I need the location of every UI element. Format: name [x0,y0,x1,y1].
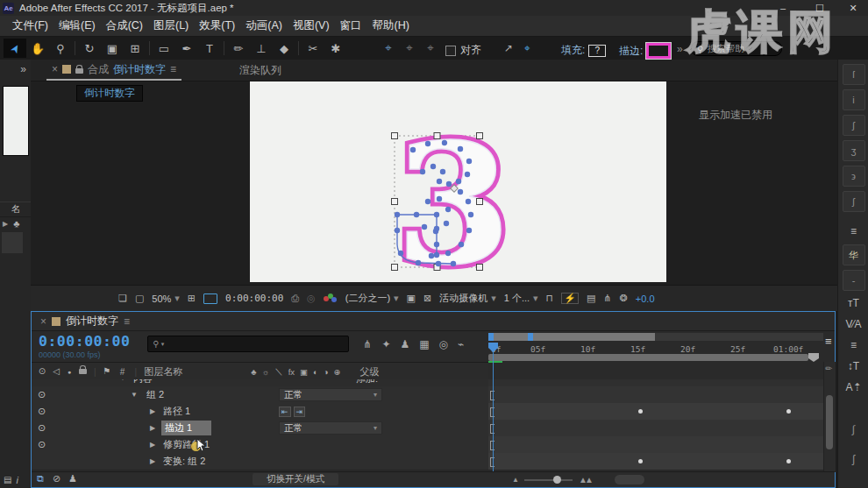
fast-previews-icon[interactable]: ⚡ [561,293,579,304]
work-area-bar[interactable] [488,333,655,341]
collapsed-panel-tab-preview[interactable]: ʃ [843,115,865,136]
timeline-button-icon[interactable]: ▤ [587,294,595,303]
viewer-timecode[interactable]: 0:00:00:00 [225,293,283,304]
timeline-lane[interactable] [488,379,823,472]
pen-tool-icon[interactable]: ✒ [175,39,198,58]
menu-effect[interactable]: 效果(T) [194,16,240,36]
paragraph-panel-icon[interactable]: ∫ [841,421,867,438]
mini-flowchart-icon[interactable]: ⋔ [363,338,372,350]
zoom-slider-knob[interactable] [553,476,561,484]
shy-switch-icon[interactable]: ♣ [251,367,256,377]
project-item-row[interactable]: ▶ ♣ [3,218,19,229]
pan-hand-icon[interactable]: ✏ [825,364,832,373]
camera-tool-icon[interactable]: ▣ [101,39,124,58]
tab-menu-icon[interactable]: ≡ [170,63,176,75]
vertical-scale-icon[interactable]: ↕T [841,357,867,375]
align-checkbox[interactable] [445,46,456,56]
motion-blur-switch-icon[interactable]: ◑ [324,367,329,377]
layer-row-path1[interactable]: ⊙ ▶ 路径 1 ⇤ ⇥ [32,403,488,421]
draft-toggle-icon[interactable]: ⊘ [53,474,60,484]
keyframe[interactable] [638,459,643,463]
node-cursor-icon[interactable]: ↗ [504,43,513,53]
timeline-options-icon[interactable]: ≡ [825,335,832,348]
tab-menu-icon[interactable]: ≡ [124,315,130,328]
flowchart-button-icon[interactable]: ⋔ [603,294,611,303]
twirl-icon[interactable]: ▶ [150,407,155,415]
menu-edit[interactable]: 编辑(E) [53,16,101,36]
primary-viewer-icon[interactable]: ▢ [135,294,144,303]
layer-row-transform-group2[interactable]: ▶ 变换: 组 2 [32,453,488,470]
render-queue-icon[interactable]: ▤ [4,476,11,484]
eye-column-icon[interactable]: ⊙ [35,367,49,376]
roto-brush-tool-icon[interactable]: ✂ [302,39,324,58]
pixel-aspect-icon[interactable]: ⊓ [546,294,554,303]
always-preview-icon[interactable]: ❏ [118,294,127,303]
timeline-v-scrollbar[interactable]: ✏ [823,362,836,472]
shape-add-button[interactable]: 添加: [356,379,378,385]
work-area-end-handle[interactable] [808,353,819,362]
lock-column-icon[interactable] [79,369,87,374]
layer-row-trimpaths1[interactable]: ⊙ ▶ 修剪路径 1 [32,436,488,454]
solo-column-icon[interactable]: ● [63,369,75,375]
layer-name-column-header[interactable]: 图层名称 [144,365,182,378]
motion-blur-icon[interactable]: ◎ [439,338,448,350]
quality-switch-icon[interactable]: ＼ [274,366,283,378]
maximize-button[interactable]: ☐ [807,0,833,16]
comp-navigator-button[interactable]: 倒计时数字 [76,85,143,102]
eye-icon[interactable]: ⊙ [38,439,46,450]
close-button[interactable]: ✕ [840,0,866,16]
zoom-tool-icon[interactable]: ⚲ [49,39,72,58]
snapshot-icon[interactable]: ⎙ [291,294,299,303]
twirl-icon[interactable]: ▼ [131,391,138,399]
baseline-shift-icon[interactable]: A⇡ [841,378,867,396]
keyframe[interactable] [638,409,643,414]
eye-icon[interactable]: ⊙ [38,389,46,400]
exposure-value[interactable]: +0.0 [636,294,655,304]
resolution-select[interactable]: (二分之一)▾ [345,292,399,305]
toggle-switches-modes-button[interactable]: 切换开关/模式 [253,473,338,485]
leading-icon[interactable]: ≡ [841,336,867,354]
stroke-label[interactable]: 描边: [619,44,643,59]
camera-select[interactable]: 活动摄像机▾ [439,292,496,305]
font-style-button[interactable]: - [843,270,865,291]
show-channels-icon[interactable] [324,294,338,304]
path-in-icon[interactable]: ⇤ [279,407,291,417]
label-column-icon[interactable]: ⚑ [100,367,114,376]
pan-behind-tool-icon[interactable]: ⊞ [124,39,146,58]
work-area-marker[interactable] [528,333,533,341]
current-timecode[interactable]: 0:00:00:00 [39,333,130,350]
shy-layers-icon[interactable]: ♟ [400,338,409,350]
menu-view[interactable]: 视图(V) [288,16,335,36]
layer-name[interactable]: 路径 1 [163,405,190,418]
axis-world-icon[interactable]: ⌖ [400,41,419,55]
layer-name[interactable]: 变换: 组 2 [163,455,205,468]
clone-stamp-tool-icon[interactable]: ⊥ [250,39,273,58]
keyframe[interactable] [786,459,791,463]
axis-view-icon[interactable]: ⌖ [421,41,440,55]
transparency-grid-icon[interactable]: ⊠ [423,294,431,303]
layer-row-group2[interactable]: ⊙ ▼ 组 2 正常▾ [32,386,488,404]
path-out-icon[interactable]: ⇥ [294,407,306,417]
tab-render-queue[interactable]: 渲染队列 [239,60,281,81]
menu-layer[interactable]: 图层(L) [148,16,194,36]
stroke-swatch[interactable] [646,43,671,59]
puppet-pin-tool-icon[interactable]: ✱ [324,39,347,58]
zoom-in-mountain-icon[interactable]: ▲▲ [579,475,591,484]
tab-close-icon[interactable]: × [52,63,58,75]
auto-keyframe-icon[interactable]: ♟ [68,474,77,484]
menu-composition[interactable]: 合成(C) [101,16,148,36]
timeline-search-box[interactable]: ⚲ ▾ [147,336,349,352]
brush-tool-icon[interactable]: ✏ [227,39,250,58]
collapsed-panel-tab-align[interactable]: ϶ [843,166,865,187]
target-region-icon[interactable]: ▣ [407,294,416,303]
tab-close-icon[interactable]: × [40,315,46,328]
magnification-select[interactable]: 50%▾ [152,293,180,304]
scrollbar-thumb[interactable] [826,395,833,449]
layer-name-selected[interactable]: 描边 1 [161,421,211,435]
composition-thumbnail[interactable] [3,86,29,156]
panel-menu-icon[interactable]: ≡ [841,223,867,240]
timeline-tab-name[interactable]: 倒计时数字 [66,314,118,329]
collapsed-panel-tab-info[interactable]: ſ [843,64,865,85]
draft-3d-icon[interactable]: ✦ [381,338,390,350]
live-update-icon[interactable]: ⧉ [37,474,44,484]
